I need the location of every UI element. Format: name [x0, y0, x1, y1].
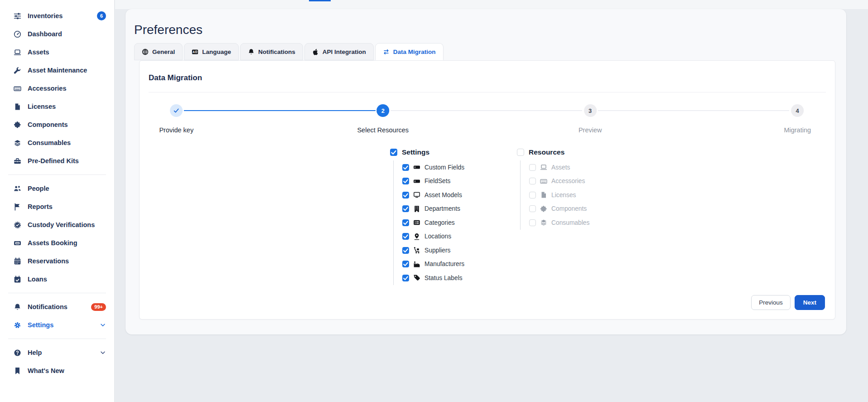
checkbox-accessories[interactable] [529, 178, 536, 184]
step-circle: 3 [584, 104, 597, 117]
tab-notifications[interactable]: Notifications [240, 43, 303, 60]
resource-item-departments[interactable]: Departments [402, 202, 517, 216]
monitor-icon [413, 191, 420, 199]
badge-inventories: 6 [97, 11, 106, 20]
factory-icon [413, 261, 420, 268]
sidebar-item-assets[interactable]: Assets [0, 43, 114, 61]
group-settings: SettingsCustom FieldsFieldSetsAsset Mode… [390, 148, 517, 285]
sidebar-item-label: Help [28, 349, 42, 356]
checkbox-fieldsets[interactable] [402, 178, 409, 184]
puzzle-icon [14, 121, 21, 129]
sidebar-item-asset-maintenance[interactable]: Asset Maintenance [0, 61, 114, 79]
step-provide-key: Provide key [159, 104, 193, 134]
sidebar-item-assets-booking[interactable]: Assets Booking [0, 234, 114, 252]
sidebar-item-licenses[interactable]: Licenses [0, 97, 114, 116]
calendar-icon [14, 257, 21, 265]
stepper-connector [598, 110, 790, 111]
resource-item-locations[interactable]: Locations [402, 230, 517, 244]
sidebar-item-label: Asset Maintenance [28, 67, 87, 74]
tab-language[interactable]: ALanguage [184, 43, 239, 60]
resource-item-fieldsets[interactable]: FieldSets [402, 174, 517, 189]
resource-item-label: Categories [424, 219, 455, 226]
resource-item-categories[interactable]: Categories [402, 216, 517, 230]
group-label: Settings [402, 148, 429, 156]
globe-icon [142, 48, 149, 55]
checkbox-consumables[interactable] [529, 219, 536, 226]
tab-general[interactable]: General [134, 43, 183, 60]
sidebar-item-label: Consumables [28, 139, 71, 146]
input-icon [413, 178, 420, 185]
checkbox-settings[interactable] [390, 149, 397, 156]
group-header-resources[interactable]: Resources [517, 148, 644, 156]
checkbox-resources[interactable] [517, 149, 524, 156]
sidebar-item-notifications[interactable]: Notifications99+ [0, 298, 114, 316]
sidebar-item-people[interactable]: People [0, 179, 114, 198]
sidebar-item-settings[interactable]: Settings [0, 316, 114, 334]
laptop-icon [540, 164, 547, 171]
sidebar-item-consumables[interactable]: Consumables [0, 134, 114, 152]
flag-icon [14, 203, 21, 211]
resource-item-assets[interactable]: Assets [529, 160, 644, 174]
sidebar-item-accessories[interactable]: Accessories [0, 79, 114, 97]
resource-item-custom-fields[interactable]: Custom Fields [402, 160, 517, 174]
step-select-resources: 2Select Resources [357, 104, 409, 134]
resource-item-components[interactable]: Components [529, 202, 644, 216]
layers-icon [14, 139, 21, 147]
laptop-icon [14, 48, 21, 56]
sidebar-item-custody-verifications[interactable]: Custody Verifications [0, 216, 114, 234]
checkbox-locations[interactable] [402, 233, 409, 240]
sidebar-item-label: Licenses [28, 103, 56, 110]
resource-item-status-labels[interactable]: Status Labels [402, 271, 517, 285]
stepper-connector [184, 110, 376, 111]
sliders-icon [14, 12, 21, 20]
sidebar-item-components[interactable]: Components [0, 116, 114, 134]
list-box-icon [413, 219, 420, 226]
checkbox-asset-models[interactable] [402, 192, 409, 199]
wizard-footer: Previous Next [751, 295, 825, 310]
sidebar-item-pre-defined-kits[interactable]: Pre-Defined Kits [0, 152, 114, 170]
tab-label: API Integration [323, 48, 366, 55]
checkbox-custom-fields[interactable] [402, 164, 409, 171]
group-header-settings[interactable]: Settings [390, 148, 517, 156]
resource-item-asset-models[interactable]: Asset Models [402, 188, 517, 202]
sidebar-item-dashboard[interactable]: Dashboard [0, 25, 114, 43]
tab-data-migration[interactable]: Data Migration [375, 43, 444, 60]
sidebar-item-what-s-new[interactable]: What's New [0, 362, 114, 380]
resource-item-accessories[interactable]: Accessories [529, 174, 644, 189]
sidebar-item-reports[interactable]: Reports [0, 198, 114, 216]
checkbox-licenses[interactable] [529, 192, 536, 199]
apple-icon [312, 48, 319, 55]
group-children: Custom FieldsFieldSetsAsset ModelsDepart… [393, 160, 517, 285]
resource-item-manufacturers[interactable]: Manufacturers [402, 257, 517, 271]
resource-groups: SettingsCustom FieldsFieldSetsAsset Mode… [390, 148, 835, 285]
group-children: AssetsAccessoriesLicensesComponentsConsu… [520, 160, 644, 230]
sidebar-item-help[interactable]: Help [0, 344, 114, 362]
sidebar-item-reservations[interactable]: Reservations [0, 252, 114, 270]
page-load-progress-bar [309, 0, 331, 1]
bookmark-icon [14, 367, 21, 375]
chevron-down-icon [100, 322, 106, 328]
resource-item-licenses[interactable]: Licenses [529, 188, 644, 202]
sidebar-item-label: Assets Booking [28, 239, 77, 247]
checkbox-components[interactable] [529, 205, 536, 212]
checkbox-suppliers[interactable] [402, 247, 409, 254]
sidebar-item-inventories[interactable]: Inventories6 [0, 7, 114, 25]
previous-button[interactable]: Previous [751, 295, 791, 310]
checkbox-status-labels[interactable] [402, 275, 409, 281]
tag-icon [413, 274, 420, 281]
sidebar-item-loans[interactable]: Loans [0, 270, 114, 288]
resource-item-label: Consumables [551, 219, 589, 226]
svg-text:A: A [193, 50, 195, 53]
tab-api-integration[interactable]: API Integration [304, 43, 374, 60]
checkbox-assets[interactable] [529, 164, 536, 171]
checkbox-categories[interactable] [402, 219, 409, 226]
step-circle: 4 [791, 104, 804, 117]
next-button[interactable]: Next [795, 295, 825, 310]
checkbox-departments[interactable] [402, 205, 409, 212]
resource-item-consumables[interactable]: Consumables [529, 216, 644, 230]
checkbox-manufacturers[interactable] [402, 261, 409, 267]
ticket-icon [14, 239, 21, 247]
sidebar-item-label: Settings [28, 321, 53, 329]
resource-item-label: Asset Models [424, 192, 462, 199]
resource-item-suppliers[interactable]: Suppliers [402, 243, 517, 257]
